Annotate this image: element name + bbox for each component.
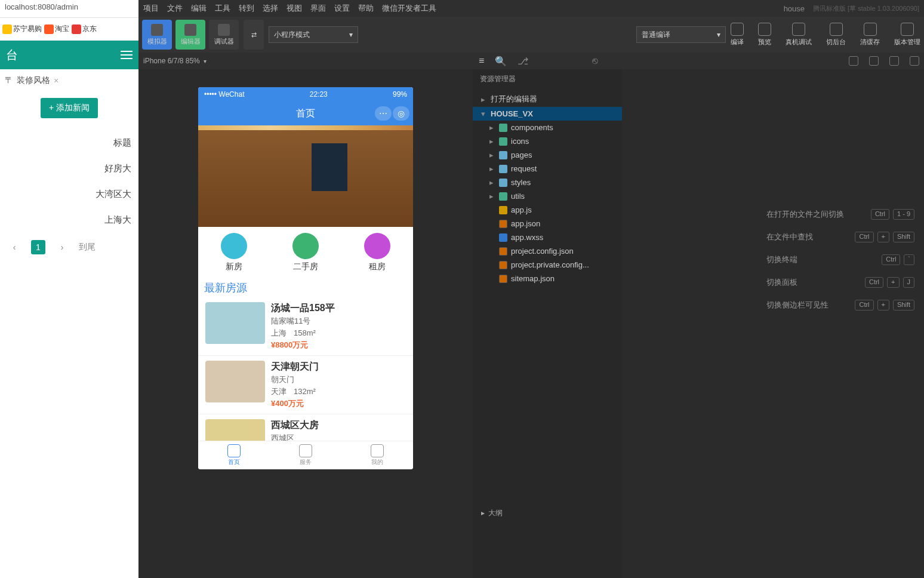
folder-utils[interactable]: ▸utils	[473, 189, 622, 203]
pagination: ‹ 1 › 到尾	[0, 233, 138, 262]
tab-bar: 首页 服务 我的	[198, 441, 413, 469]
project-meta: 腾讯标准版 [草 stable 1.03.2006090]	[813, 4, 919, 13]
shortcut-label: 在打开的文件之间切换	[766, 209, 844, 220]
menu-goto[interactable]: 转到	[239, 3, 254, 14]
bookmarks-bar: 苏宁易购 淘宝 京东	[0, 18, 138, 41]
open-editors-section[interactable]: ▸打开的编辑器	[473, 91, 622, 107]
folder-components[interactable]: ▸components	[473, 121, 622, 134]
house-city: 上海	[271, 328, 287, 337]
news-list: 标题 好房大 大湾区大 上海大	[0, 124, 138, 233]
simulator-button[interactable]: 模拟器	[142, 20, 172, 50]
file-app-wxss[interactable]: app.wxss	[473, 230, 622, 244]
menu-edit[interactable]: 编辑	[191, 3, 207, 14]
json-icon	[499, 275, 507, 283]
tab-home[interactable]: 首页	[198, 441, 270, 469]
breadcrumb: 〒 装修风格 ×	[0, 69, 138, 92]
background-button[interactable]: 切后台	[826, 23, 846, 47]
rotate-icon[interactable]	[849, 56, 858, 66]
search-icon[interactable]: 🔍	[495, 56, 507, 67]
page-next[interactable]: ›	[55, 240, 69, 254]
list-icon[interactable]: ≡	[479, 56, 484, 66]
switch-button[interactable]: ⇄	[244, 20, 264, 50]
project-root[interactable]: ▾HOUSE_VX	[473, 107, 622, 121]
house-price: ¥400万元	[271, 398, 319, 409]
table-row[interactable]: 上海大	[0, 207, 138, 233]
page-prev[interactable]: ‹	[7, 240, 21, 254]
house-icon	[292, 233, 319, 259]
tab-mine[interactable]: 我的	[341, 441, 413, 469]
shortcut-label: 在文件中查找	[766, 232, 813, 242]
category-row: 新房 二手房 租房	[198, 227, 413, 278]
hamburger-icon[interactable]	[121, 51, 133, 59]
folder-icon	[499, 124, 507, 132]
keyboard-shortcuts-hint: 在打开的文件之间切换Ctrl1 - 9 在文件中查找Ctrl+Shift 切换终…	[757, 203, 924, 316]
building-icon	[221, 233, 247, 259]
bookmark-suning[interactable]: 苏宁易购	[2, 24, 42, 34]
folder-icon	[499, 179, 507, 187]
folder-request[interactable]: ▸request	[473, 162, 622, 176]
file-app-json[interactable]: app.json	[473, 217, 622, 230]
mode-select[interactable]: 小程序模式	[269, 26, 358, 43]
menu-view[interactable]: 视图	[287, 3, 302, 14]
close-icon[interactable]: ×	[54, 76, 58, 85]
menu-project[interactable]: 项目	[143, 3, 159, 14]
shortcut-label: 切换终端	[766, 254, 797, 265]
device-icon	[792, 23, 805, 36]
mute-icon[interactable]	[889, 56, 899, 66]
compile-select[interactable]: 普通编译	[636, 26, 726, 43]
editor-icon	[184, 24, 196, 36]
table-row[interactable]: 大湾区大	[0, 182, 138, 207]
house-area: 158m²	[294, 328, 316, 337]
menu-settings[interactable]: 设置	[334, 3, 350, 14]
banner-image[interactable]	[198, 125, 413, 227]
record-icon[interactable]	[869, 56, 879, 66]
bookmark-taobao[interactable]: 淘宝	[44, 24, 69, 34]
poster-art	[312, 143, 347, 191]
device-select[interactable]: iPhone 6/7/8 85%	[143, 57, 200, 65]
exit-icon[interactable]: ⎋	[592, 56, 598, 66]
shortcut-label: 切换侧边栏可见性	[766, 300, 828, 310]
table-row[interactable]: 好房大	[0, 156, 138, 182]
url-bar[interactable]: localhost:8080/admin	[0, 0, 138, 18]
folder-pages[interactable]: ▸pages	[473, 148, 622, 162]
menu-help[interactable]: 帮助	[358, 3, 374, 14]
cat-rent[interactable]: 租房	[364, 233, 390, 272]
outline-section[interactable]: ▸大纲	[473, 502, 622, 524]
menu-file[interactable]: 文件	[167, 3, 183, 14]
branch-icon[interactable]: ⎇	[518, 56, 528, 67]
cat-second-hand[interactable]: 二手房	[292, 233, 319, 272]
file-sitemap[interactable]: sitemap.json	[473, 272, 622, 285]
file-project-config[interactable]: project.config.json	[473, 244, 622, 258]
page-number[interactable]: 1	[31, 240, 45, 254]
menu-select[interactable]: 选择	[263, 3, 278, 14]
clear-cache-button[interactable]: 清缓存	[860, 23, 880, 47]
house-item[interactable]: 天津朝天门 朝天门 天津132m² ¥400万元	[198, 356, 413, 414]
close-capsule-icon[interactable]: ◎	[393, 106, 409, 121]
bookmark-jd[interactable]: 京东	[72, 24, 97, 34]
cut-icon[interactable]	[910, 56, 919, 66]
folder-styles[interactable]: ▸styles	[473, 176, 622, 189]
house-area: 132m²	[294, 387, 316, 396]
file-app-js[interactable]: app.js	[473, 203, 622, 217]
menu-tools[interactable]: 工具	[215, 3, 230, 14]
folder-icon	[499, 151, 507, 159]
cat-new-house[interactable]: 新房	[221, 233, 247, 272]
menu-wx[interactable]: 微信开发者工具	[382, 3, 436, 14]
file-project-private[interactable]: project.private.config...	[473, 258, 622, 272]
version-button[interactable]: 版本管理	[894, 23, 920, 47]
filter-icon: 〒	[5, 75, 13, 86]
phone-simulator: ••••• WeChat 22:23 99% 首页 ⋯ ◎ 新房 二手房 租房 …	[198, 87, 413, 469]
service-icon	[299, 444, 312, 457]
menu-ui[interactable]: 界面	[310, 3, 326, 14]
preview-button[interactable]: 预览	[758, 23, 771, 47]
add-news-button[interactable]: + 添加新闻	[41, 98, 98, 118]
menu-capsule-icon[interactable]: ⋯	[375, 106, 392, 121]
folder-icons[interactable]: ▸icons	[473, 134, 622, 148]
house-item[interactable]: 汤城一品158平 陆家嘴11号 上海158m² ¥8800万元	[198, 297, 413, 356]
remote-debug-button[interactable]: 真机调试	[786, 23, 812, 47]
status-bar: ••••• WeChat 22:23 99%	[198, 87, 413, 102]
tab-service[interactable]: 服务	[270, 441, 341, 469]
editor-button[interactable]: 编辑器	[175, 20, 205, 50]
debugger-button[interactable]: 调试器	[209, 20, 239, 50]
compile-button[interactable]: 编译	[731, 23, 744, 47]
